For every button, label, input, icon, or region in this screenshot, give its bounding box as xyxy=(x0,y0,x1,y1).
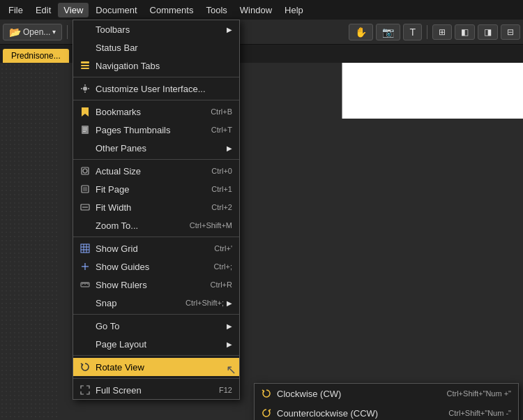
show-guides-icon xyxy=(79,260,91,273)
menu-item-rotate-view[interactable]: Rotate View ↖ xyxy=(73,358,239,376)
menu-help[interactable]: Help xyxy=(279,3,309,17)
menu-item-go-to[interactable]: Go To ▶ xyxy=(73,317,239,335)
menu-item-counterclockwise[interactable]: Counterclockwise (CCW) Ctrl+Shift+"Num -… xyxy=(255,403,518,420)
menu-window[interactable]: Window xyxy=(234,3,278,17)
menu-item-fit-page[interactable]: Fit Page Ctrl+1 xyxy=(73,180,239,198)
menu-edit[interactable]: Edit xyxy=(30,3,56,17)
menu-file[interactable]: File xyxy=(3,3,29,17)
open-icon: 📂 xyxy=(9,27,21,38)
toolbars-icon xyxy=(79,23,91,36)
fit-width-icon xyxy=(79,201,91,213)
tool-extra4[interactable]: ⊟ xyxy=(501,24,520,40)
svg-rect-2 xyxy=(81,68,89,69)
rotate-submenu: Clockwise (CW) Ctrl+Shift+"Num +" Counte… xyxy=(254,383,519,420)
status-bar-icon xyxy=(79,41,91,54)
clockwise-icon xyxy=(260,387,273,400)
go-to-icon xyxy=(79,320,91,332)
svg-rect-5 xyxy=(83,128,87,128)
sep-6 xyxy=(73,355,239,356)
sep-1 xyxy=(73,77,239,77)
menu-item-actual-size[interactable]: Actual Size Ctrl+0 xyxy=(73,162,239,180)
menu-tools[interactable]: Tools xyxy=(200,3,232,17)
menu-item-zoom-to[interactable]: Zoom To... Ctrl+Shift+M xyxy=(73,216,239,234)
rotate-view-icon xyxy=(79,361,91,373)
bookmarks-icon xyxy=(79,105,91,118)
sep-5 xyxy=(73,314,239,315)
tool-text[interactable]: T xyxy=(403,24,422,40)
menu-item-nav-tabs[interactable]: Navigation Tabs xyxy=(73,57,239,75)
menu-item-show-guides[interactable]: Show Guides Ctrl+; xyxy=(73,257,239,276)
menu-item-bookmarks[interactable]: Bookmarks Ctrl+B xyxy=(73,103,239,121)
nav-tabs-icon xyxy=(79,59,91,72)
menubar: File Edit View Document Comments Tools W… xyxy=(0,0,523,20)
menu-comments[interactable]: Comments xyxy=(144,3,199,17)
menu-item-status-bar[interactable]: Status Bar xyxy=(73,38,239,57)
tool-extra3[interactable]: ◨ xyxy=(478,24,498,40)
menu-item-full-screen[interactable]: Full Screen F12 xyxy=(73,381,239,399)
tool-extra2[interactable]: ◧ xyxy=(455,24,475,40)
svg-rect-18 xyxy=(81,244,89,253)
snap-icon xyxy=(79,297,91,309)
dropdown-arrow-icon: ▾ xyxy=(52,28,56,36)
customize-icon xyxy=(79,82,91,95)
menu-item-pages-thumbnails[interactable]: Pages Thumbnails Ctrl+T xyxy=(73,121,239,139)
side-panel xyxy=(0,63,59,420)
full-screen-icon xyxy=(79,384,91,396)
document-preview xyxy=(342,63,523,119)
svg-rect-0 xyxy=(81,61,89,63)
show-rulers-icon xyxy=(79,278,91,291)
menu-item-snap[interactable]: Snap Ctrl+Shift+; ▶ xyxy=(73,294,239,312)
fit-page-icon xyxy=(79,183,91,195)
show-grid-icon xyxy=(79,242,91,255)
svg-rect-11 xyxy=(83,187,87,191)
tool-extra1[interactable]: ⊞ xyxy=(432,24,452,40)
counterclockwise-icon xyxy=(260,407,273,419)
svg-point-3 xyxy=(83,87,87,91)
svg-rect-1 xyxy=(81,65,89,66)
sep-7 xyxy=(73,378,239,379)
menu-item-customize-ui[interactable]: Customize User Interface... xyxy=(73,80,239,98)
actual-size-icon xyxy=(79,165,91,177)
menu-item-show-grid[interactable]: Show Grid Ctrl+' xyxy=(73,239,239,257)
menu-item-clockwise[interactable]: Clockwise (CW) Ctrl+Shift+"Num +" xyxy=(255,384,518,403)
page-layout-icon xyxy=(79,338,91,350)
tool-camera[interactable]: 📷 xyxy=(376,24,400,40)
menu-document[interactable]: Document xyxy=(90,3,142,17)
tool-hand[interactable]: ✋ xyxy=(349,24,373,40)
toolbar-sep-1 xyxy=(67,25,68,39)
menu-view[interactable]: View xyxy=(58,3,89,17)
sep-4 xyxy=(73,237,239,237)
svg-rect-7 xyxy=(83,131,86,132)
svg-rect-6 xyxy=(83,130,87,130)
document-tab[interactable]: Prednisone... xyxy=(3,49,69,63)
view-menu: Toolbars ▶ Status Bar Navigation Tabs Cu… xyxy=(73,20,240,400)
menu-item-other-panes[interactable]: Other Panes ▶ xyxy=(73,139,239,157)
toolbar-sep-2 xyxy=(427,25,427,39)
other-panes-icon xyxy=(79,142,91,154)
menu-item-toolbars[interactable]: Toolbars ▶ xyxy=(73,20,239,38)
menu-item-page-layout[interactable]: Page Layout ▶ xyxy=(73,335,239,353)
menu-item-fit-width[interactable]: Fit Width Ctrl+2 xyxy=(73,198,239,216)
menu-item-show-rulers[interactable]: Show Rulers Ctrl+R xyxy=(73,276,239,294)
sep-2 xyxy=(73,100,239,100)
sep-3 xyxy=(73,159,239,160)
pages-thumbnails-icon xyxy=(79,123,91,136)
zoom-to-icon xyxy=(79,219,91,232)
open-button[interactable]: 📂 Open... ▾ xyxy=(3,24,62,40)
svg-point-9 xyxy=(83,169,87,173)
